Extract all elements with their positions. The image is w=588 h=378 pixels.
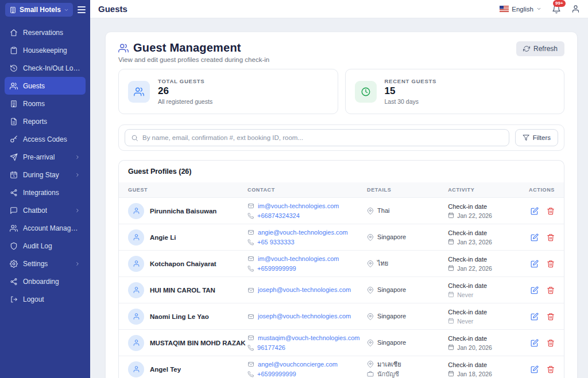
- stat-value: 26: [158, 85, 212, 97]
- delete-guest-button[interactable]: [547, 260, 555, 268]
- us-flag-icon: [500, 6, 509, 12]
- guest-phone-link[interactable]: +66874324324: [257, 211, 300, 221]
- edit-guest-button[interactable]: [531, 313, 539, 321]
- trash-icon: [547, 233, 555, 241]
- mail-icon: [247, 255, 254, 262]
- calendar-icon: [448, 239, 454, 245]
- guest-email-link[interactable]: joseph@vouch-technologies.com: [258, 285, 351, 295]
- sidebar-item[interactable]: Integrations: [5, 184, 86, 201]
- stat-label: TOTAL GUESTS: [158, 78, 212, 84]
- sidebar-nav: Reservations Housekeeping Check-In/Out L…: [0, 24, 90, 308]
- delete-guest-button[interactable]: [547, 339, 555, 347]
- briefcase-icon: [367, 371, 374, 377]
- sidebar-item[interactable]: Check-In/Out Logs: [5, 59, 86, 77]
- edit-guest-button[interactable]: [531, 207, 539, 215]
- sidebar-item-label: Account Management: [23, 224, 80, 232]
- calendar-icon: [448, 212, 454, 219]
- sidebar-item[interactable]: Onboarding: [5, 272, 86, 290]
- sidebar-item[interactable]: Reports: [5, 112, 86, 130]
- sidebar-item[interactable]: Access Codes: [5, 130, 86, 148]
- activity-label: Check-in date: [448, 202, 520, 211]
- sidebar-collapse-button[interactable]: [78, 6, 86, 13]
- person-icon: [133, 286, 140, 294]
- guest-phone-link[interactable]: +6599999999: [257, 369, 296, 378]
- edit-guest-button[interactable]: [531, 233, 539, 241]
- guest-email-link[interactable]: im@vouch-technologies.com: [258, 254, 339, 264]
- sidebar-item[interactable]: Guests: [5, 77, 86, 95]
- edit-guest-button[interactable]: [531, 365, 539, 373]
- sidebar-item-label: Audit Log: [23, 242, 52, 250]
- sidebar-item[interactable]: Housekeeping: [5, 41, 86, 59]
- trash-icon: [547, 365, 555, 373]
- delete-guest-button[interactable]: [547, 207, 555, 215]
- delete-guest-button[interactable]: [547, 233, 555, 241]
- content-area: Guest Management View and edit guest pro…: [90, 18, 588, 378]
- language-label: English: [512, 6, 533, 13]
- delete-guest-button[interactable]: [547, 313, 555, 321]
- language-selector[interactable]: English: [500, 6, 541, 13]
- sidebar-item[interactable]: Account Management: [5, 219, 86, 237]
- person-icon: [133, 233, 140, 241]
- mail-icon: [247, 287, 254, 294]
- activity-label: Check-in date: [448, 334, 520, 343]
- sidebar-item[interactable]: Rooms: [5, 95, 86, 112]
- workspace-switcher[interactable]: Small Hotels: [5, 3, 73, 17]
- sidebar-item[interactable]: Audit Log: [5, 237, 86, 255]
- sidebar-item[interactable]: Pre-arrival: [5, 148, 86, 166]
- sidebar-item[interactable]: Logout: [5, 290, 86, 308]
- chevron-right-icon: [75, 172, 80, 178]
- guest-avatar: [128, 335, 144, 351]
- edit-guest-button[interactable]: [531, 339, 539, 347]
- guest-phone-link[interactable]: +65 9333333: [257, 237, 295, 247]
- map-pin-icon: [367, 234, 374, 241]
- guest-email-link[interactable]: angie@vouch-technologies.com: [258, 228, 348, 237]
- edit-guest-button[interactable]: [531, 260, 539, 268]
- phone-icon: [247, 213, 254, 219]
- edit-icon: [531, 233, 539, 241]
- delete-guest-button[interactable]: [547, 365, 555, 373]
- sidebar: Small Hotels Reservations Housekeepi: [0, 0, 90, 378]
- stat-sub: Last 30 days: [385, 98, 437, 105]
- guest-phone-link[interactable]: +6599999999: [257, 264, 296, 274]
- guest-location: Singapore: [377, 232, 406, 242]
- delete-guest-button[interactable]: [547, 286, 555, 294]
- guest-name: HUI MIN CAROL TAN: [150, 287, 215, 294]
- person-icon: [133, 339, 140, 346]
- shield-icon: [10, 242, 18, 250]
- guest-email-link[interactable]: mustaqim@vouch-technologies.com: [258, 333, 359, 343]
- person-icon: [133, 313, 140, 320]
- sidebar-item-label: Chatbot: [23, 206, 47, 215]
- guest-phone-link[interactable]: 96177426: [257, 343, 285, 353]
- filters-button[interactable]: Filters: [515, 129, 558, 146]
- table-title: Guest Profiles (26): [119, 161, 564, 182]
- guest-management-card: Guest Management View and edit guest pro…: [105, 32, 578, 378]
- stats-row: TOTAL GUESTS 26 All registered guests RE…: [118, 69, 564, 114]
- notifications-button[interactable]: 99+: [552, 5, 561, 14]
- edit-guest-button[interactable]: [531, 286, 539, 294]
- sidebar-item[interactable]: During Stay: [5, 166, 86, 184]
- refresh-button[interactable]: Refresh: [516, 41, 564, 56]
- sidebar-item[interactable]: Reservations: [5, 24, 86, 41]
- sidebar-item-label: Rooms: [23, 100, 45, 108]
- checkin-date: Never: [457, 290, 473, 299]
- user-menu-button[interactable]: [571, 5, 580, 13]
- users-icon: [128, 81, 150, 103]
- topbar: Guests English 99+: [90, 0, 588, 18]
- guest-location: ไทย: [377, 259, 388, 268]
- calendar-clock-icon: [10, 171, 18, 179]
- table-row: Naomi Ling Le Yao joseph@vouch-technolog…: [119, 303, 564, 329]
- search-icon: [131, 134, 138, 142]
- sidebar-item[interactable]: Chatbot: [5, 201, 86, 219]
- guest-email-link[interactable]: angel@vouchconcierge.com: [258, 360, 338, 369]
- guest-email-link[interactable]: im@vouch-technologies.com: [258, 201, 339, 211]
- send-icon: [10, 153, 18, 161]
- guest-email-link[interactable]: joseph@vouch-technologies.com: [258, 311, 351, 321]
- search-input[interactable]: [142, 134, 503, 141]
- table-row: Kotchapon Chaiyarat im@vouch-technologie…: [119, 250, 564, 276]
- map-pin-icon: [367, 260, 374, 267]
- trash-icon: [547, 260, 555, 268]
- sidebar-item[interactable]: Settings: [5, 255, 86, 272]
- section-title: Guest Management: [133, 41, 241, 54]
- sidebar-item-label: Access Codes: [23, 135, 67, 143]
- recent-guests-card: RECENT GUESTS 15 Last 30 days: [345, 69, 565, 114]
